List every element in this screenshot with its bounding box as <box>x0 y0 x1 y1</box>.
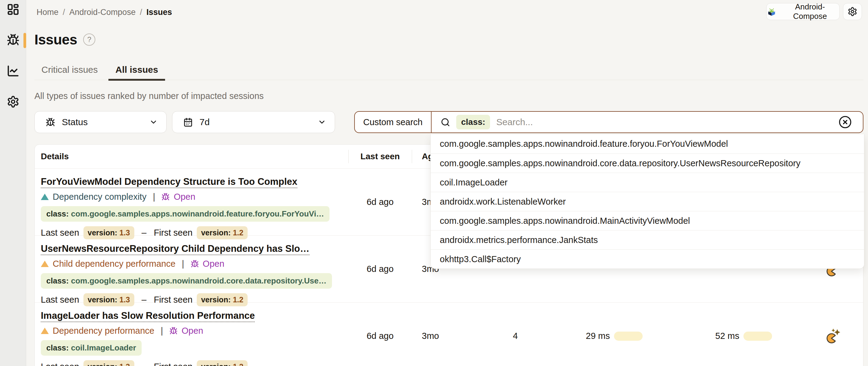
settings-gear-icon[interactable] <box>7 95 20 108</box>
clear-search-icon[interactable] <box>838 115 852 129</box>
android-logo-icon <box>767 6 777 17</box>
cell-last-seen: 6d ago <box>348 169 412 235</box>
class-chip-key: class: <box>46 209 69 218</box>
suggestion-item[interactable]: com.google.samples.apps.nowinandroid.Mai… <box>431 211 864 230</box>
search-control: Custom search class: <box>354 111 863 133</box>
breadcrumb-current: Issues <box>147 8 172 17</box>
active-nav-indicator <box>24 33 26 48</box>
status-badge: Open <box>174 192 195 202</box>
search-area: class: <box>432 112 863 132</box>
version-chip: version: 1.2 <box>197 360 248 366</box>
tab-critical-issues[interactable]: Critical issues <box>34 60 105 81</box>
date-range-label: 7d <box>199 117 210 127</box>
class-chip-key: class: <box>46 276 69 285</box>
class-chip-value: com.google.samples.apps.nowinandroid.fea… <box>71 209 324 218</box>
class-chip-key: class: <box>46 343 69 352</box>
class-chip: class: com.google.samples.apps.nowinandr… <box>41 273 332 289</box>
suggestion-item[interactable]: coil.ImageLoader <box>431 173 864 192</box>
bug-icon <box>191 260 199 268</box>
breadcrumb-separator: / <box>63 8 65 17</box>
breadcrumb: Home / Android-Compose / Issues <box>36 8 172 17</box>
issue-title-link[interactable]: ImageLoader has Slow Resolution Performa… <box>41 310 255 321</box>
suggestion-item[interactable]: androidx.metrics.performance.JankStats <box>431 230 864 249</box>
table-row: ImageLoader has Slow Resolution Performa… <box>35 302 863 366</box>
meta-divider: | <box>182 259 184 269</box>
project-switcher-button[interactable]: Android-Compose <box>766 3 840 20</box>
version-range: Last seen version: 1.3 – First seen vers… <box>41 360 348 366</box>
range-dash: – <box>142 362 147 366</box>
bug-icon <box>46 118 55 127</box>
first-seen-label: First seen <box>154 362 192 366</box>
search-icon <box>441 118 450 127</box>
cell-age: 3mo <box>412 303 485 366</box>
suggestion-item[interactable]: okhttp3.Call$Factory <box>431 249 864 269</box>
column-header-details: Details <box>35 152 348 161</box>
category-triangle-icon <box>41 261 49 267</box>
breadcrumb-project[interactable]: Android-Compose <box>69 8 136 17</box>
meta-divider: | <box>153 192 155 202</box>
status-filter-label: Status <box>62 117 88 127</box>
chevron-down-icon <box>318 118 326 126</box>
issues-bug-icon[interactable] <box>7 33 20 46</box>
category-triangle-icon <box>41 328 49 334</box>
status-badge: Open <box>182 326 203 336</box>
analytics-chart-icon[interactable] <box>7 65 20 77</box>
last-seen-label: Last seen <box>41 362 79 366</box>
chevron-down-icon <box>149 118 158 126</box>
workspace-settings-button[interactable] <box>843 3 862 20</box>
class-chip-value: com.google.samples.apps.nowinandroid.cor… <box>71 276 327 285</box>
p50-metric: 29 ms <box>586 331 643 341</box>
category-triangle-icon <box>41 194 49 200</box>
category-label: Dependency complexity <box>53 192 147 202</box>
cell-last-seen: 6d ago <box>348 303 412 366</box>
page-subtitle: All types of issues ranked by number of … <box>34 91 264 101</box>
breadcrumb-home[interactable]: Home <box>36 8 59 17</box>
class-chip-value: coil.ImageLoader <box>71 343 136 352</box>
p50-bar <box>614 332 643 341</box>
class-chip: class: com.google.samples.apps.nowinandr… <box>41 206 330 222</box>
breadcrumb-separator: / <box>140 8 142 17</box>
suggestion-item[interactable]: com.google.samples.apps.nowinandroid.cor… <box>431 153 864 173</box>
sidebar <box>0 0 26 366</box>
suggestion-item[interactable]: androidx.work.ListenableWorker <box>431 192 864 211</box>
calendar-icon <box>183 118 193 127</box>
p95-bar <box>743 332 772 341</box>
gear-icon <box>847 7 857 17</box>
p95-metric: 52 ms <box>715 331 772 341</box>
issue-meta: Dependency complexity | Open <box>41 192 348 202</box>
meta-divider: | <box>161 326 163 336</box>
issue-meta: Dependency performance | Open <box>41 326 348 336</box>
tab-all-issues[interactable]: All issues <box>108 60 165 81</box>
bug-icon <box>161 193 169 201</box>
category-label: Child dependency performance <box>53 259 176 269</box>
status-filter-dropdown[interactable]: Status <box>34 111 166 133</box>
search-suggestions-dropdown: com.google.samples.apps.nowinandroid.fea… <box>430 134 864 269</box>
custom-search-button[interactable]: Custom search <box>355 112 431 132</box>
search-input[interactable] <box>496 117 863 127</box>
column-header-last-seen: Last seen <box>348 152 412 161</box>
status-badge: Open <box>203 259 224 269</box>
cell-sessions: 4 <box>485 303 546 366</box>
date-range-dropdown[interactable]: 7d <box>172 111 335 133</box>
dashboard-icon[interactable] <box>7 3 20 16</box>
help-icon[interactable]: ? <box>83 33 95 46</box>
issue-meta: Child dependency performance | Open <box>41 259 348 269</box>
issue-title-link[interactable]: UserNewsResourceRepository Child Depende… <box>41 243 309 254</box>
bug-icon <box>169 327 178 335</box>
issue-title-link[interactable]: ForYouViewModel Dependency Structure is … <box>41 176 297 187</box>
suggestion-item[interactable]: com.google.samples.apps.nowinandroid.fea… <box>431 134 864 153</box>
sparkle-emoji-icon <box>825 327 843 345</box>
class-filter-token[interactable]: class: <box>456 115 490 129</box>
category-label: Dependency performance <box>53 326 154 336</box>
tab-bar: Critical issues All issues <box>34 60 863 80</box>
project-name: Android-Compose <box>781 2 839 21</box>
cell-last-seen: 6d ago <box>348 236 412 302</box>
page-title: Issues <box>34 31 77 48</box>
class-chip: class: coil.ImageLoader <box>41 340 142 356</box>
version-chip: version: 1.3 <box>84 360 134 366</box>
